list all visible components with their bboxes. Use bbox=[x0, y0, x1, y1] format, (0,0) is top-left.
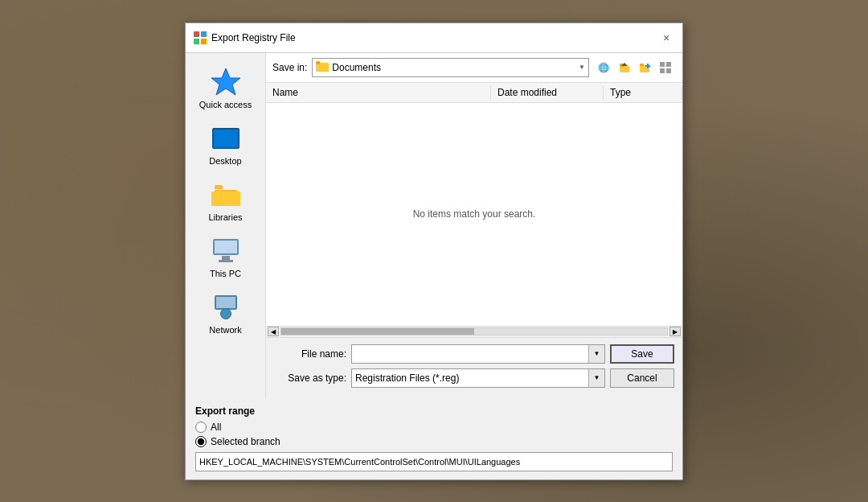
filename-label: File name: bbox=[274, 348, 346, 360]
dialog-body: Quick access Desktop Libraries bbox=[186, 53, 682, 399]
svg-rect-18 bbox=[666, 62, 671, 67]
main-area: Save in: Documents ▼ bbox=[266, 53, 682, 399]
svg-rect-19 bbox=[660, 68, 665, 73]
desktop-icon bbox=[210, 122, 242, 154]
svg-rect-14 bbox=[640, 64, 644, 66]
cancel-button[interactable]: Cancel bbox=[610, 368, 674, 388]
savetype-select[interactable]: Registration Files (*.reg) ▼ bbox=[351, 368, 605, 388]
filename-input-wrap: ▼ bbox=[351, 344, 605, 364]
export-range-section: Export range All Selected branch bbox=[186, 399, 682, 479]
selected-branch-label: Selected branch bbox=[211, 436, 280, 447]
savetype-value: Registration Files (*.reg) bbox=[352, 372, 588, 384]
folder-icon-small bbox=[316, 60, 329, 74]
svg-marker-4 bbox=[211, 68, 240, 95]
toolbar-new-folder-button[interactable] bbox=[636, 58, 655, 77]
location-dropdown[interactable]: Documents ▼ bbox=[312, 58, 589, 77]
savetype-row: Save as type: Registration Files (*.reg)… bbox=[274, 368, 674, 388]
svg-rect-1 bbox=[201, 31, 207, 37]
dialog-icon bbox=[194, 31, 207, 44]
location-text: Documents bbox=[332, 62, 381, 73]
column-header-name[interactable]: Name bbox=[266, 85, 491, 100]
svg-rect-10 bbox=[620, 66, 629, 72]
bottom-form: File name: ▼ Save Save as type: Registra… bbox=[266, 337, 682, 399]
sidebar-item-libraries[interactable]: Libraries bbox=[190, 174, 262, 227]
svg-text:🌐: 🌐 bbox=[599, 63, 609, 73]
svg-rect-20 bbox=[666, 68, 671, 73]
selected-branch-radio-row: Selected branch bbox=[195, 436, 673, 447]
sidebar-item-label-network: Network bbox=[209, 325, 241, 335]
svg-rect-3 bbox=[201, 39, 207, 44]
sidebar: Quick access Desktop Libraries bbox=[186, 53, 266, 399]
filename-row: File name: ▼ Save bbox=[274, 344, 674, 364]
this-pc-icon bbox=[210, 235, 242, 267]
sidebar-item-label-this-pc: This PC bbox=[210, 269, 241, 278]
selected-branch-radio[interactable] bbox=[195, 436, 207, 447]
toolbar-icons: 🌐 bbox=[594, 58, 676, 77]
sidebar-item-desktop[interactable]: Desktop bbox=[190, 117, 262, 171]
scroll-left-arrow[interactable]: ◀ bbox=[268, 327, 279, 336]
column-header-type[interactable]: Type bbox=[604, 85, 682, 100]
svg-rect-0 bbox=[194, 31, 199, 37]
empty-message: No items match your search. bbox=[413, 208, 536, 220]
scroll-thumb[interactable] bbox=[281, 328, 474, 335]
svg-rect-2 bbox=[194, 39, 199, 44]
sidebar-item-label-libraries: Libraries bbox=[208, 212, 242, 222]
scroll-track[interactable] bbox=[280, 327, 668, 335]
filename-input[interactable] bbox=[352, 345, 588, 363]
title-bar: Export Registry File × bbox=[186, 23, 682, 53]
all-radio-row: All bbox=[195, 422, 673, 433]
title-bar-left: Export Registry File bbox=[194, 31, 296, 44]
export-range-title: Export range bbox=[195, 405, 673, 417]
network-icon bbox=[210, 291, 242, 323]
toolbar-back-button[interactable]: 🌐 bbox=[594, 58, 613, 77]
file-list-body: No items match your search. bbox=[266, 103, 682, 326]
dialog-title: Export Registry File bbox=[211, 32, 296, 43]
location-dropdown-arrow: ▼ bbox=[579, 64, 585, 71]
toolbar-views-button[interactable] bbox=[657, 58, 676, 77]
branch-path-input[interactable] bbox=[195, 452, 673, 471]
all-radio[interactable] bbox=[195, 422, 207, 433]
file-list-header: Name Date modified Type bbox=[266, 83, 682, 103]
svg-rect-17 bbox=[660, 62, 665, 67]
toolbar-up-button[interactable] bbox=[615, 58, 634, 77]
savetype-label: Save as type: bbox=[274, 372, 346, 384]
sidebar-item-label-desktop: Desktop bbox=[209, 156, 241, 166]
savetype-arrow[interactable]: ▼ bbox=[588, 369, 604, 387]
quick-access-icon bbox=[210, 66, 242, 98]
sidebar-item-quick-access[interactable]: Quick access bbox=[190, 61, 262, 114]
top-bar: Save in: Documents ▼ bbox=[266, 53, 682, 83]
save-button[interactable]: Save bbox=[610, 344, 674, 364]
column-header-date[interactable]: Date modified bbox=[491, 85, 604, 100]
scroll-right-arrow[interactable]: ▶ bbox=[669, 327, 681, 336]
sidebar-item-label-quick-access: Quick access bbox=[199, 100, 252, 109]
horizontal-scrollbar[interactable]: ◀ ▶ bbox=[266, 326, 682, 337]
sidebar-item-network[interactable]: Network bbox=[190, 286, 262, 339]
svg-rect-7 bbox=[316, 61, 320, 64]
libraries-icon bbox=[210, 179, 242, 211]
filename-dropdown-arrow[interactable]: ▼ bbox=[588, 345, 604, 363]
export-registry-dialog: Export Registry File × Quick access D bbox=[185, 23, 683, 480]
sidebar-item-this-pc[interactable]: This PC bbox=[190, 230, 262, 283]
close-button[interactable]: × bbox=[658, 30, 674, 46]
all-radio-label: All bbox=[211, 422, 221, 433]
save-in-label: Save in: bbox=[272, 62, 307, 73]
